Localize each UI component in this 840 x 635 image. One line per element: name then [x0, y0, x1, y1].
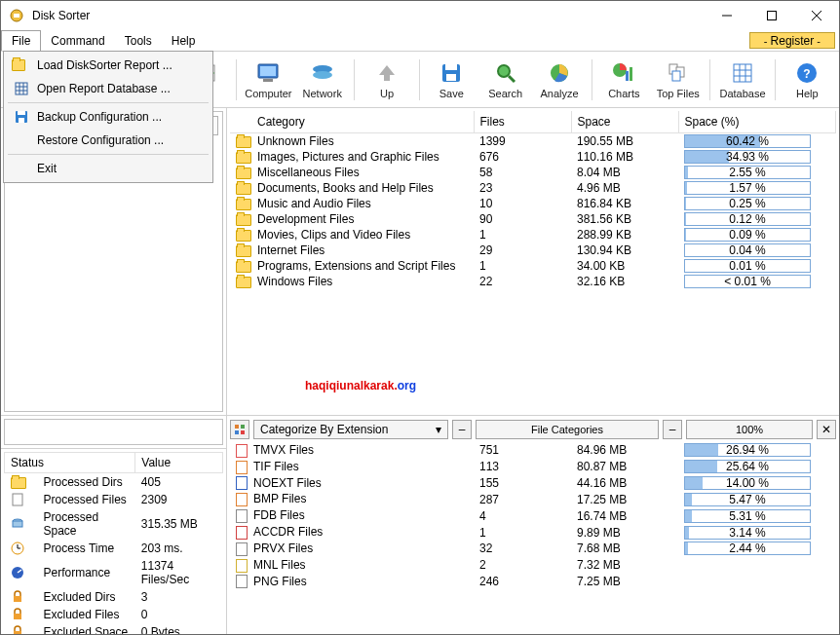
network-button[interactable]: Network — [296, 56, 348, 104]
up-button[interactable]: Up — [361, 56, 412, 104]
maximize-button[interactable] — [749, 1, 794, 30]
extension-row[interactable]: MNL Files 27.32 MB — [230, 557, 836, 574]
percent-bar: 0.09 % — [684, 228, 811, 242]
category-row[interactable]: Movies, Clips and Video Files 1288.99 KB… — [230, 227, 836, 243]
close-button[interactable] — [794, 1, 839, 30]
category-panel: Category Files Space Space (%) Unknown F… — [227, 108, 839, 416]
svg-rect-3 — [768, 12, 777, 20]
folder-open-icon — [12, 57, 31, 73]
database-button[interactable]: Database — [716, 56, 768, 104]
category-row[interactable]: Programs, Extensions and Script Files 13… — [230, 258, 836, 274]
file-icon — [236, 461, 248, 474]
percent-bar: 0.12 % — [684, 212, 811, 226]
computer-button[interactable]: Computer — [243, 56, 294, 104]
extension-row[interactable]: NOEXT Files 15544.16 MB14.00 % — [230, 475, 836, 492]
extension-row[interactable]: PRVX Files 327.68 MB2.44 % — [230, 541, 836, 557]
help-button[interactable]: ?Help — [782, 56, 833, 104]
menu-file[interactable]: File — [1, 30, 41, 51]
svg-rect-24 — [446, 74, 456, 81]
extension-row[interactable]: BMP Files 28717.25 MB5.47 % — [230, 491, 836, 507]
register-button[interactable]: - Register - — [749, 32, 835, 49]
category-row[interactable]: Windows Files 2232.16 KB < 0.01 % — [230, 274, 836, 289]
menu-backup-config[interactable]: Backup Configuration ... — [6, 105, 210, 129]
category-row[interactable]: Documents, Books and Help Files 234.96 M… — [230, 180, 836, 196]
col-category[interactable]: Category — [230, 111, 474, 133]
svg-point-20 — [313, 71, 332, 79]
file-menu-dropdown: Load DiskSorter Report ... Open Report D… — [3, 51, 213, 183]
status-row: Process Time203 ms. — [5, 540, 223, 557]
col-files[interactable]: Files — [474, 111, 571, 133]
zoom-level[interactable]: 100% — [686, 420, 813, 439]
status-header[interactable]: Status — [5, 453, 135, 473]
right-panel: Category Files Space Space (%) Unknown F… — [227, 108, 839, 634]
percent-bar: 3.14 % — [684, 526, 811, 540]
svg-rect-33 — [672, 71, 680, 81]
grid-icon — [12, 81, 31, 96]
category-row[interactable]: Miscellaneous Files 588.04 MB 2.55 % — [230, 165, 836, 180]
extension-row[interactable]: ACCDR Files 19.89 MB3.14 % — [230, 524, 836, 541]
status-row: Processed Space315.35 MB — [5, 508, 223, 540]
folder-icon — [236, 245, 251, 257]
svg-line-26 — [509, 76, 515, 82]
extension-row[interactable]: PNG Files 2467.25 MB — [230, 574, 836, 590]
svg-rect-62 — [241, 430, 245, 434]
status-row: Processed Dirs405 — [5, 473, 223, 492]
left-panel: Status Value Processed Dirs405Processed … — [1, 108, 227, 634]
svg-rect-29 — [626, 71, 629, 81]
collapse-left-button[interactable]: – — [452, 420, 472, 439]
svg-rect-55 — [14, 631, 21, 635]
menu-tools[interactable]: Tools — [115, 30, 162, 51]
extension-row[interactable]: TIF Files 11380.87 MB25.64 % — [230, 459, 836, 475]
menu-command[interactable]: Command — [41, 30, 114, 51]
extension-row[interactable]: FDB Files 416.74 MB5.31 % — [230, 507, 836, 524]
folder-icon — [236, 199, 251, 210]
percent-bar: < 0.01 % — [684, 275, 811, 288]
topfiles-icon — [665, 60, 692, 86]
category-row[interactable]: Unknown Files 1399190.55 MB 60.42 % — [230, 133, 836, 150]
file-icon — [236, 559, 248, 573]
category-row[interactable]: Music and Audio Files 10816.84 KB 0.25 % — [230, 196, 836, 211]
minimize-button[interactable] — [705, 1, 749, 30]
folder-icon — [236, 152, 251, 164]
close-panel-button[interactable]: ✕ — [817, 420, 836, 439]
status-panel: Status Value Processed Dirs405Processed … — [1, 449, 226, 634]
menu-help[interactable]: Help — [162, 30, 206, 51]
tree-panel — [1, 416, 226, 449]
folder-icon — [236, 183, 251, 195]
file-categories-button[interactable]: File Categories — [476, 420, 659, 439]
category-row[interactable]: Development Files 90381.56 KB 0.12 % — [230, 211, 836, 227]
extension-table: TMVX Files 75184.96 MB26.94 %TIF Files 1… — [230, 442, 836, 589]
category-row[interactable]: Internet Files 29130.94 KB 0.04 % — [230, 243, 836, 258]
categorize-combo[interactable]: Categorize By Extension▾ — [253, 420, 448, 439]
extension-row[interactable]: TMVX Files 75184.96 MB26.94 % — [230, 442, 836, 459]
view-mode-button[interactable] — [230, 420, 249, 439]
lock-icon — [5, 623, 38, 635]
svg-rect-54 — [14, 614, 21, 619]
percent-bar: 0.04 % — [684, 243, 811, 257]
menu-restore-config[interactable]: Restore Configuration ... — [6, 129, 210, 152]
search-button[interactable]: Search — [479, 56, 531, 104]
percent-bar: 25.64 % — [684, 460, 811, 473]
search-icon — [492, 60, 519, 86]
folder-icon — [236, 277, 251, 288]
save-button[interactable]: Save — [426, 56, 477, 104]
col-space-pct[interactable]: Space (%) — [678, 111, 836, 133]
charts-button[interactable]: Charts — [598, 56, 650, 104]
menu-load-report[interactable]: Load DiskSorter Report ... — [6, 54, 210, 77]
status-row: Excluded Dirs3 — [5, 588, 223, 606]
charts-icon — [610, 60, 637, 86]
file-icon — [236, 476, 248, 490]
menu-exit[interactable]: Exit — [6, 157, 210, 180]
lock-icon — [5, 606, 38, 623]
topfiles-button[interactable]: Top Files — [652, 56, 704, 104]
svg-rect-17 — [260, 66, 276, 76]
svg-rect-61 — [235, 430, 239, 434]
value-header[interactable]: Value — [135, 453, 223, 473]
col-space[interactable]: Space — [571, 111, 678, 133]
collapse-right-button[interactable]: – — [663, 420, 682, 439]
percent-bar: 0.01 % — [684, 259, 811, 273]
analyze-button[interactable]: Analyze — [533, 56, 585, 104]
menu-open-database[interactable]: Open Report Database ... — [6, 77, 210, 100]
file-icon — [236, 444, 248, 458]
category-row[interactable]: Images, Pictures and Graphic Files 67611… — [230, 149, 836, 165]
